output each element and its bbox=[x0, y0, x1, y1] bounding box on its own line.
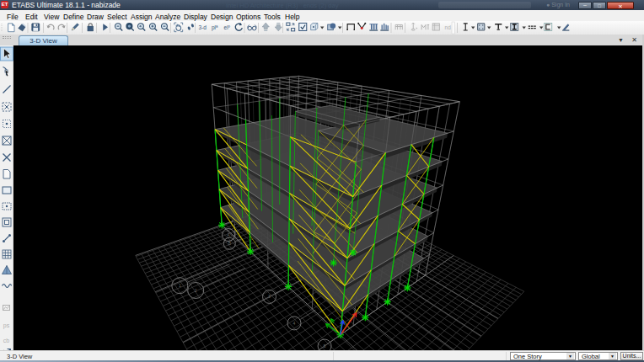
svg-text:1: 1 bbox=[179, 283, 181, 288]
svg-text:cb: cb bbox=[3, 338, 10, 343]
svg-text:5: 5 bbox=[324, 343, 326, 349]
svg-text:ps: ps bbox=[3, 322, 10, 329]
svg-text:2: 2 bbox=[195, 288, 197, 293]
svg-text:plª: plª bbox=[212, 24, 218, 31]
svg-text:3-d: 3-d bbox=[199, 24, 207, 30]
svg-text:4: 4 bbox=[293, 321, 296, 326]
svg-text:elº: elº bbox=[223, 24, 230, 30]
svg-text:nd: nd bbox=[445, 24, 452, 30]
svg-text:3: 3 bbox=[268, 294, 271, 299]
